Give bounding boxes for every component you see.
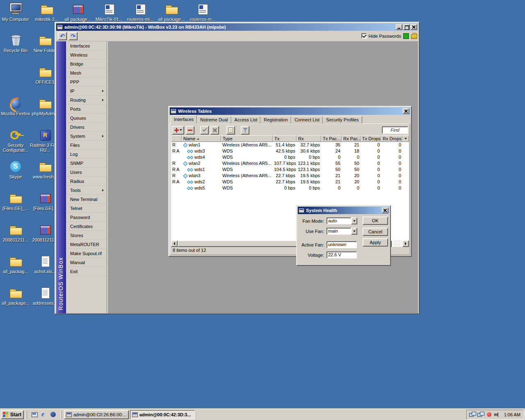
desktop-icon[interactable]: all_package... xyxy=(0,285,31,317)
tab[interactable]: Access List xyxy=(231,116,261,123)
rx-packet-column-header[interactable]: Rx Pac... xyxy=(342,135,361,142)
comment-button[interactable] xyxy=(226,126,235,135)
rx-column-header[interactable]: Rx xyxy=(297,135,321,142)
tx-packet-column-header[interactable]: Tx Pac... xyxy=(321,135,342,142)
find-box[interactable]: Find xyxy=(382,126,408,134)
close-button[interactable] xyxy=(411,24,417,30)
tab[interactable]: Registration xyxy=(260,116,291,123)
menu-item[interactable]: Password xyxy=(66,213,107,222)
desktop-icon[interactable]: Security Configurati... xyxy=(0,128,31,159)
column-chooser-button[interactable] xyxy=(402,135,409,142)
table-row[interactable]: R wlan3 Wireless (Atheros AR5... 22.7 kb… xyxy=(171,173,409,179)
clock[interactable]: 1:06 AM xyxy=(502,412,520,417)
menu-item[interactable]: MetaROUTER xyxy=(66,240,107,249)
use-fan-dropdown-button[interactable] xyxy=(351,228,357,235)
menu-item[interactable]: Tools xyxy=(66,186,107,195)
table-row[interactable]: RA wds2 WDS 22.7 kbps 19.5 kbps 21 20 0 … xyxy=(171,179,409,185)
menu-item[interactable]: Files xyxy=(66,141,107,150)
menu-item[interactable]: Drivers xyxy=(66,123,107,132)
menu-item[interactable]: Ports xyxy=(66,105,107,114)
wireless-tables-titlebar[interactable]: Wireless Tables xyxy=(170,107,410,115)
tab[interactable]: Interfaces xyxy=(171,115,197,124)
menu-item[interactable]: Radius xyxy=(66,177,107,186)
desktop-icon[interactable] xyxy=(0,64,31,96)
tab[interactable]: Nstreme Dual xyxy=(197,116,231,123)
flags-column-header[interactable] xyxy=(171,135,182,142)
desktop-icon[interactable]: all_packag... xyxy=(0,254,31,285)
start-button[interactable]: Start xyxy=(1,410,24,419)
remove-button[interactable] xyxy=(186,126,194,135)
tab[interactable]: Connect List xyxy=(291,116,323,123)
tx-drops-column-header[interactable]: Tx Drops xyxy=(361,135,381,142)
scroll-left-button[interactable] xyxy=(171,240,178,247)
table-row[interactable]: RA wds3 WDS 42.5 kbps 30.6 kbps 24 18 0 … xyxy=(171,148,409,154)
menu-item[interactable]: Queues xyxy=(66,114,107,123)
type-column-header[interactable]: Type xyxy=(221,135,273,142)
ok-button[interactable]: OK xyxy=(363,217,388,225)
menu-item[interactable]: Certificates xyxy=(66,222,107,231)
menu-item[interactable]: Mesh xyxy=(66,68,107,78)
minimize-button[interactable] xyxy=(396,24,402,30)
tx-column-header[interactable]: Tx xyxy=(273,135,297,142)
redo-button[interactable] xyxy=(68,32,78,40)
menu-item[interactable]: SNMP xyxy=(66,159,107,168)
enable-button[interactable] xyxy=(200,126,209,135)
toolbar-handle[interactable] xyxy=(61,411,62,419)
table-row[interactable]: R wlan2 Wireless (Atheros AR5... 107.7 k… xyxy=(171,160,409,167)
tray-icon[interactable] xyxy=(494,411,501,418)
table-row[interactable]: wds4 WDS 0 bps 0 bps 0 0 0 0 xyxy=(171,154,409,160)
desktop-icon[interactable]: Recycle Bin xyxy=(0,33,31,64)
task-button[interactable]: admin@00:C0:26:B6:00:... xyxy=(64,410,129,419)
undo-button[interactable] xyxy=(58,32,67,40)
menu-item[interactable]: System xyxy=(66,132,107,141)
toolbar-handle[interactable] xyxy=(26,411,27,419)
use-fan-select[interactable]: main xyxy=(326,228,351,235)
table-row[interactable]: wds5 WDS 0 bps 0 bps 0 0 0 0 xyxy=(171,185,409,191)
desktop-icon[interactable]: [Files.GE]_... xyxy=(0,191,31,222)
menu-item[interactable]: Make Supout.rif xyxy=(66,249,107,258)
fan-mode-select[interactable]: auto xyxy=(326,217,351,224)
quick-launch-icon[interactable] xyxy=(40,411,48,418)
desktop-icon[interactable]: Skype xyxy=(0,159,31,191)
name-column-header[interactable]: Name xyxy=(182,135,221,142)
tab[interactable]: Security Profiles xyxy=(323,116,362,123)
table-row[interactable]: R wlan1 Wireless (Atheros AR5... 51.4 kb… xyxy=(171,142,409,148)
task-button[interactable]: admin@00:0C:42:3D:3... xyxy=(130,410,195,419)
maximize-button[interactable] xyxy=(403,24,410,30)
filter-button[interactable] xyxy=(241,126,249,135)
desktop-icon[interactable]: My Computer xyxy=(0,2,31,33)
tray-icon[interactable] xyxy=(469,411,476,418)
close-button[interactable] xyxy=(403,108,409,114)
quick-launch-icon[interactable] xyxy=(31,411,38,418)
menu-item[interactable]: Routing xyxy=(66,96,107,105)
scroll-track[interactable] xyxy=(392,240,402,247)
menu-item[interactable]: Log xyxy=(66,150,107,159)
quick-launch-icon[interactable] xyxy=(50,411,57,418)
hide-passwords-checkbox[interactable] xyxy=(361,33,367,39)
close-button[interactable] xyxy=(382,208,388,213)
winbox-titlebar[interactable]: admin@00:0C:42:3D:30:98 (MikroTik) - Win… xyxy=(56,23,418,31)
menu-item[interactable]: Wireless xyxy=(66,50,107,59)
cancel-button[interactable]: Cancel xyxy=(363,228,388,236)
fan-mode-dropdown-button[interactable] xyxy=(351,217,357,224)
desktop-icon[interactable]: 200811211... xyxy=(0,222,31,254)
system-health-titlebar[interactable]: System Health xyxy=(298,207,389,214)
menu-item[interactable]: Stores xyxy=(66,231,107,240)
table-row[interactable]: RA wds1 WDS 104.5 kbps 123.1 kbps 50 50 … xyxy=(171,167,409,173)
menu-item[interactable]: PPP xyxy=(66,78,107,87)
add-button[interactable] xyxy=(172,126,184,135)
scroll-right-button[interactable] xyxy=(402,240,409,247)
disable-button[interactable] xyxy=(210,126,219,135)
menu-item[interactable]: Manual xyxy=(66,258,107,267)
tray-icon[interactable] xyxy=(486,411,493,418)
menu-item[interactable]: Telnet xyxy=(66,204,107,213)
menu-item[interactable]: Interfaces xyxy=(66,41,107,50)
menu-item[interactable]: Exit xyxy=(66,267,107,276)
menu-item[interactable]: IP xyxy=(66,87,107,96)
menu-item[interactable]: Users xyxy=(66,168,107,177)
apply-button[interactable]: Apply xyxy=(363,238,388,247)
desktop-icon[interactable]: Mozilla Firefox xyxy=(0,96,31,128)
menu-item[interactable]: Bridge xyxy=(66,59,107,68)
tray-icon[interactable] xyxy=(477,411,484,418)
menu-item[interactable]: New Terminal xyxy=(66,195,107,204)
